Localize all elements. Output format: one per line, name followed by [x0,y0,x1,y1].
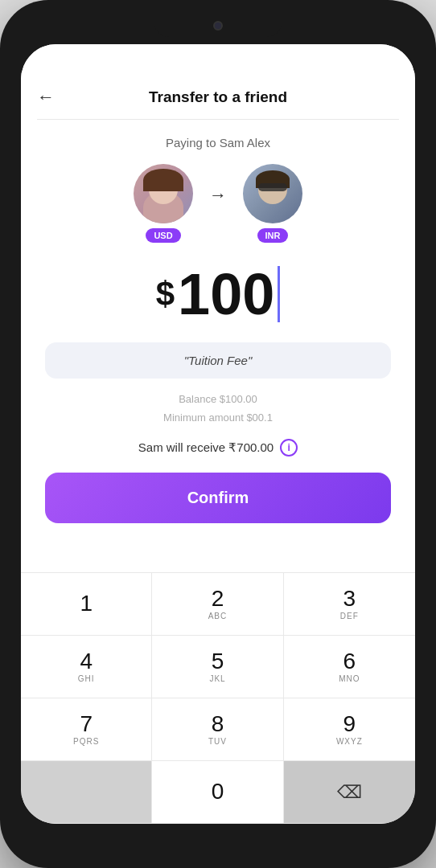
receiver-avatar-wrapper: INR [243,164,302,243]
sender-hair [143,169,183,191]
numpad-key-1[interactable]: 1 [21,573,152,636]
note-input[interactable]: "Tuition Fee" [45,342,391,379]
numpad-backspace-button[interactable]: ⌫ [284,761,415,824]
header: ← Transfer to a friend [21,44,415,119]
balance-line2: Minimum amount $00.1 [163,408,273,427]
numpad: 1 2 ABC 3 DEF 4 GHI 5 JKL 6 MNO [21,572,415,824]
info-icon[interactable]: i [280,439,298,457]
backspace-icon: ⌫ [337,782,362,803]
amount-display: $ 100 [156,265,281,323]
text-cursor [278,266,280,322]
content-area: Paying to Sam Alex USD → [21,120,415,572]
sender-avatar [134,164,193,223]
numpad-key-6[interactable]: 6 MNO [284,636,415,698]
receive-info-label: Sam will receive ₹700.00 [138,440,274,455]
numpad-key-0[interactable]: 0 [152,761,283,824]
paying-to-label: Paying to Sam Alex [166,136,270,149]
receive-info-row: Sam will receive ₹700.00 i [138,439,298,457]
receiver-glasses [258,183,287,191]
amount-value: 100 [178,265,274,323]
receiver-avatar [243,164,302,223]
numpad-key-5[interactable]: 5 JKL [152,636,283,698]
balance-line1: Balance $100.00 [163,390,273,408]
numpad-key-empty [21,761,152,824]
phone-notch [154,14,282,37]
page-title: Transfer to a friend [149,88,287,106]
avatars-row: USD → INR [134,164,302,243]
back-button[interactable]: ← [37,87,55,108]
amount-currency-symbol: $ [156,275,175,313]
phone-frame: ← Transfer to a friend Paying to Sam Ale… [0,0,436,868]
numpad-key-4[interactable]: 4 GHI [21,636,152,698]
confirm-button[interactable]: Confirm [45,473,391,523]
phone-screen: ← Transfer to a friend Paying to Sam Ale… [21,44,415,824]
numpad-key-7[interactable]: 7 PQRS [21,698,152,761]
transfer-arrow-icon: → [209,185,227,206]
numpad-key-3[interactable]: 3 DEF [284,573,415,636]
sender-currency-badge: USD [146,228,180,243]
numpad-key-8[interactable]: 8 TUV [152,698,283,761]
receiver-currency-badge: INR [257,228,289,243]
numpad-key-9[interactable]: 9 WXYZ [284,698,415,761]
balance-info: Balance $100.00 Minimum amount $00.1 [163,390,273,428]
numpad-key-2[interactable]: 2 ABC [152,573,283,636]
sender-avatar-wrapper: USD [134,164,193,243]
phone-camera [213,21,223,31]
